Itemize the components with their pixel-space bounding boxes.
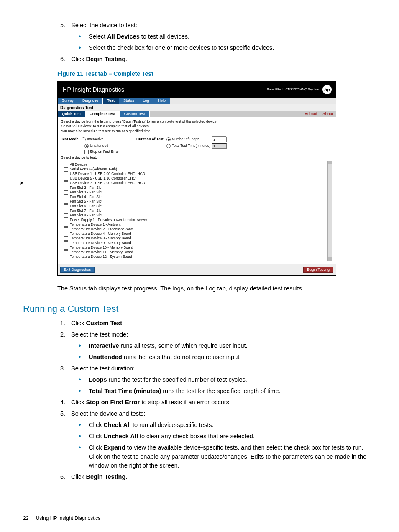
device-row[interactable]: Temperature Device 9 - Memory Board <box>64 241 331 245</box>
t: to stop all tests if an error occurs. <box>140 399 231 406</box>
device-checkbox[interactable] <box>64 177 68 181</box>
loops-input[interactable] <box>212 136 227 142</box>
screenshot: HP Insight Diagnostics SmartStart | CN71… <box>57 81 336 276</box>
device-checkbox[interactable] <box>64 241 68 245</box>
t: Click <box>71 56 86 62</box>
bold: Unattended <box>89 354 122 360</box>
select-device-label: Select a device to test: <box>61 156 332 159</box>
after-figure-text: The Status tab displays test progress. T… <box>57 284 376 293</box>
t: Click <box>89 444 103 451</box>
device-row[interactable]: Fan Slot 6 - Fan Slot <box>64 204 331 208</box>
device-checkbox[interactable] <box>64 236 68 241</box>
c-step-4: Click Stop on First Error to stop all te… <box>67 398 376 407</box>
radio-interactive[interactable] <box>82 137 86 141</box>
device-row[interactable]: Temperature Device 12 - System Board <box>64 255 331 259</box>
radio-ttt[interactable] <box>166 144 171 148</box>
tab-test[interactable]: Test <box>103 98 119 104</box>
chk-stop[interactable] <box>84 150 89 154</box>
device-checkbox[interactable] <box>64 195 68 199</box>
begin-testing-button[interactable]: Begin Testing <box>303 267 333 273</box>
t: Click <box>71 320 86 326</box>
device-checkbox[interactable] <box>64 209 68 213</box>
testmode-label: Test Mode: <box>61 137 79 141</box>
figure-caption: Figure 11 Test tab – Complete Test <box>57 69 376 78</box>
device-checkbox[interactable] <box>64 246 68 250</box>
link-about[interactable]: About <box>322 112 333 116</box>
t: to test all devices. <box>140 33 189 40</box>
t: Stop on First Error <box>90 149 119 154</box>
c2-b1: Interactive runs all tests, some of whic… <box>89 342 376 350</box>
device-row[interactable]: Temperature Device 8 - Memory Board <box>64 236 331 241</box>
device-checkbox[interactable] <box>64 218 68 222</box>
device-checkbox[interactable] <box>64 181 68 185</box>
device-checkbox[interactable] <box>64 213 68 218</box>
device-checkbox[interactable] <box>64 190 68 195</box>
device-row[interactable]: Temperature Device 2 - Processor Zone <box>64 227 331 231</box>
tab-status[interactable]: Status <box>119 98 139 104</box>
device-row[interactable]: All Devices <box>64 163 331 167</box>
bold: Begin Testing <box>86 56 125 62</box>
device-checkbox[interactable] <box>64 186 68 190</box>
device-checkbox[interactable] <box>64 172 68 176</box>
cursor-icon: ➤ <box>20 180 24 187</box>
device-row[interactable]: Fan Slot 4 - Fan Slot <box>64 195 331 199</box>
device-row[interactable]: USB Device 1 - USB 2.00 Controller EHCI-… <box>64 172 331 176</box>
device-checkbox[interactable] <box>64 163 68 167</box>
device-row[interactable]: Temperature Device 11 - Memory Board <box>64 250 331 254</box>
t: Select the test duration: <box>71 365 135 372</box>
device-row[interactable]: Fan Slot 3 - Fan Slot <box>64 190 331 195</box>
device-checkbox[interactable] <box>64 204 68 208</box>
device-checkbox[interactable] <box>64 223 68 227</box>
link-reload[interactable]: Reload <box>304 112 317 116</box>
tab-survey[interactable]: Survey <box>58 98 78 104</box>
t: Unattended <box>90 144 108 148</box>
c-step-6: Click Begin Testing. <box>67 473 376 481</box>
tab-diagnose[interactable]: Diagnose <box>78 98 103 104</box>
device-row[interactable]: Temperature Device 1 - Ambient <box>64 223 331 227</box>
bold: Stop on First Error <box>86 399 140 406</box>
t: Select the device and tests: <box>71 410 145 417</box>
device-row[interactable]: Temperature Device 4 - Memory Board <box>64 232 331 236</box>
t: Number of Loops <box>172 137 199 141</box>
step-5-text: Select the device to test: <box>71 22 137 28</box>
subtab-quick[interactable]: Quick Test <box>58 111 85 117</box>
device-checkbox[interactable] <box>64 250 68 254</box>
duration-label: Duration of Test: <box>136 137 164 141</box>
radio-unattended[interactable] <box>84 144 89 148</box>
step-6: Click Begin Testing. <box>67 55 376 64</box>
radio-loops[interactable] <box>166 137 171 141</box>
device-row[interactable]: Power Supply 1 - Provides power to entir… <box>64 218 331 222</box>
hp-logo-icon: hp <box>322 85 332 94</box>
bold: Uncheck All <box>103 433 138 439</box>
device-row[interactable]: Temperature Device 10 - Memory Board <box>64 246 331 250</box>
tab-log[interactable]: Log <box>138 98 153 104</box>
device-row[interactable]: Fan Slot 8 - Fan Slot <box>64 213 331 218</box>
exit-button[interactable]: Exit Diagnostics <box>60 267 95 273</box>
device-row[interactable]: Fan Slot 5 - Fan Slot <box>64 200 331 204</box>
device-checkbox[interactable] <box>64 232 68 236</box>
ttt-input[interactable] <box>212 143 227 149</box>
device-row[interactable]: USB Device 7 - USB 2.00 Controller EHCI-… <box>64 181 331 185</box>
device-checkbox[interactable] <box>64 227 68 231</box>
step-5-b1: Select All Devices to test all devices. <box>89 32 376 41</box>
c5-b1: Click Check All to run all device-specif… <box>89 421 376 429</box>
device-row[interactable]: USB Device 5 - USB 1.10 Controller UHCI <box>64 177 331 181</box>
section-heading: Running a Custom Test <box>23 302 376 316</box>
tab-help[interactable]: Help <box>153 98 170 104</box>
device-row[interactable]: Fan Slot 7 - Fan Slot <box>64 209 331 213</box>
t: runs the test for the specified length o… <box>161 388 280 394</box>
device-list: All DevicesSerial Port 0 - (Address 3F8h… <box>61 161 332 261</box>
steps-top: Select the device to test: Select All De… <box>23 21 376 64</box>
page-footer: 22 Using HP Insight Diagnostics <box>23 515 376 522</box>
subtab-custom[interactable]: Custom Test <box>120 111 150 117</box>
bold: Check All <box>103 421 131 428</box>
scrollbar[interactable] <box>327 161 332 261</box>
device-checkbox[interactable] <box>64 255 68 259</box>
button-bar: Exit Diagnostics Begin Testing <box>58 264 336 276</box>
subtab-complete[interactable]: Complete Test <box>85 111 120 117</box>
step-5: Select the device to test: Select All De… <box>67 21 376 52</box>
device-row[interactable]: Fan Slot 2 - Fan Slot <box>64 186 331 190</box>
device-checkbox[interactable] <box>64 167 68 172</box>
device-row[interactable]: Serial Port 0 - (Address 3F8h) <box>64 167 331 172</box>
device-checkbox[interactable] <box>64 200 68 204</box>
